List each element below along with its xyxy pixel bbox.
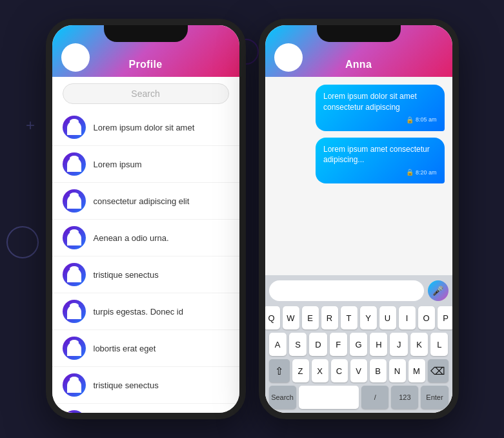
contact-avatar [63, 189, 86, 213]
contact-list: Lorem ipsum dolor sit amet Lorem ipsum c… [52, 109, 239, 413]
key-A[interactable]: A [269, 333, 287, 356]
key-X[interactable]: X [312, 359, 328, 382]
contact-name: Lorem ipsum dolor sit amet [94, 123, 195, 132]
contact-name: Lorem ipsum [94, 160, 142, 169]
phone1-body: Search Lorem ipsum dolor sit amet Lorem … [52, 77, 239, 413]
key-C[interactable]: C [331, 359, 348, 382]
contact-avatar [63, 337, 86, 360]
space-key[interactable] [299, 386, 359, 409]
contact-item[interactable]: lobortis erat eget [52, 330, 239, 367]
phone-chat: Anna Lorem ipsum dolor sit amet consecte… [259, 19, 459, 419]
message-bubble: Lorem ipsum dolor sit amet consectetur a… [316, 85, 445, 131]
notch-1 [104, 25, 188, 42]
phone-profile: Profile Search Lorem ipsum dolor sit ame… [46, 19, 246, 419]
key-G[interactable]: G [350, 333, 367, 356]
key-row-1: QWERTYUIOP [269, 306, 449, 329]
contact-name: tristique senectus [94, 381, 159, 390]
search-bar[interactable]: Search [63, 83, 229, 104]
input-row: 🎤 [269, 280, 449, 301]
contact-item[interactable]: tristique senectus [52, 367, 239, 404]
contact-item[interactable]: Lorem ipsum [52, 146, 239, 183]
contact-name: turpis egestas. Donec id [94, 307, 183, 317]
message-input[interactable] [269, 280, 424, 301]
key-B[interactable]: B [370, 359, 387, 382]
contact-item[interactable]: Lorem ipsum dolor sit amet [52, 109, 239, 146]
key-row-2: ASDFGHJKL [269, 333, 449, 356]
numbers-key[interactable]: 123 [391, 386, 418, 409]
contact-name: tristique senectus [94, 270, 159, 280]
shift-key[interactable]: ⇧ [269, 359, 290, 382]
mic-icon: 🎤 [432, 286, 443, 296]
chat-messages: Lorem ipsum dolor sit amet consectetur a… [265, 77, 452, 275]
message-bubble: Lorem ipsum amet consectetur adipiscing.… [316, 138, 445, 184]
key-M[interactable]: M [408, 359, 425, 382]
key-W[interactable]: W [283, 306, 299, 329]
key-Y[interactable]: Y [360, 306, 377, 329]
phones-container: Profile Search Lorem ipsum dolor sit ame… [46, 19, 459, 419]
keyboard-area: 🎤 QWERTYUIOP ASDFGHJKL ⇧ ZXCVBNM⌫ [265, 275, 452, 413]
key-P[interactable]: P [438, 306, 454, 329]
contact-name: Aenean a odio urna. [94, 233, 169, 243]
key-Q[interactable]: Q [263, 306, 280, 329]
contact-avatar [63, 263, 86, 286]
key-S[interactable]: S [289, 333, 307, 356]
message-time: 🔒 8:05 am [323, 116, 437, 125]
contact-avatar [63, 116, 86, 139]
contact-avatar [63, 373, 86, 397]
deco-plus-icon: + [26, 116, 35, 134]
message-text: Lorem ipsum dolor sit amet consectetur a… [323, 92, 417, 112]
key-I[interactable]: I [399, 306, 416, 329]
enter-key[interactable]: Enter [421, 386, 448, 409]
key-N[interactable]: N [389, 359, 406, 382]
key-E[interactable]: E [302, 306, 319, 329]
key-U[interactable]: U [379, 306, 396, 329]
contact-avatar [63, 410, 86, 413]
mic-button[interactable]: 🎤 [428, 280, 449, 301]
phone2-title: Anna [345, 59, 372, 70]
search-key[interactable]: Search [269, 386, 296, 409]
contact-item[interactable]: turpis egestas. Donec id [52, 293, 239, 330]
backspace-key[interactable]: ⌫ [428, 359, 449, 382]
deco-circle [6, 226, 39, 258]
key-H[interactable]: H [370, 333, 387, 356]
contact-avatar [63, 226, 86, 249]
bottom-nav [52, 413, 239, 419]
contact-avatar [63, 152, 86, 176]
contact-avatar [63, 300, 86, 323]
lock-icon: 🔒 [406, 116, 414, 125]
contact-item[interactable]: consectetur adipiscing elit [52, 183, 239, 220]
key-O[interactable]: O [418, 306, 435, 329]
message-text: Lorem ipsum amet consectetur adipiscing.… [323, 145, 430, 165]
key-K[interactable]: K [410, 333, 428, 356]
notch-2 [317, 25, 401, 42]
search-bar-container: Search [52, 77, 239, 109]
key-L[interactable]: L [430, 333, 448, 356]
keyboard: QWERTYUIOP ASDFGHJKL ⇧ ZXCVBNM⌫ Search /… [269, 306, 449, 409]
phone1-title: Profile [129, 59, 163, 70]
header-avatar-2 [274, 43, 303, 72]
contact-name: consectetur adipiscing elit [94, 196, 190, 206]
nav-dot-3-active[interactable] [130, 416, 160, 419]
key-R[interactable]: R [321, 306, 338, 329]
contact-name: lobortis erat eget [94, 344, 156, 353]
key-row-bottom: Search / 123 Enter [269, 386, 449, 409]
slash-key[interactable]: / [361, 386, 388, 409]
key-D[interactable]: D [309, 333, 327, 356]
contact-item[interactable]: Aenean a odio urna. [52, 220, 239, 256]
key-J[interactable]: J [390, 333, 407, 356]
key-Z[interactable]: Z [292, 359, 309, 382]
message-timestamp: 8:05 am [416, 116, 437, 124]
contact-item[interactable]: Aenean a odio urna. [52, 404, 239, 413]
lock-icon: 🔒 [406, 168, 414, 177]
header-avatar-1 [61, 43, 90, 72]
search-placeholder: Search [131, 89, 159, 99]
key-V[interactable]: V [350, 359, 367, 382]
message-time: 🔒 8:20 am [323, 168, 437, 177]
message-timestamp: 8:20 am [416, 169, 437, 177]
contact-item[interactable]: tristique senectus [52, 256, 239, 293]
key-T[interactable]: T [341, 306, 358, 329]
chat-body: Lorem ipsum dolor sit amet consectetur a… [265, 77, 452, 413]
key-row-3: ⇧ ZXCVBNM⌫ [269, 359, 449, 382]
key-F[interactable]: F [330, 333, 347, 356]
